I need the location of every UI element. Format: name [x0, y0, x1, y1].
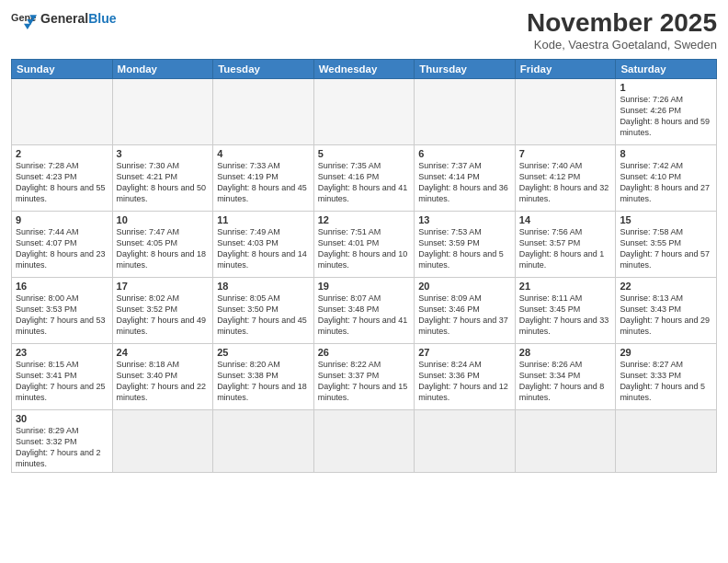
sun-info: Sunrise: 7:30 AM Sunset: 4:21 PM Dayligh… [117, 160, 210, 205]
sun-info: Sunrise: 7:37 AM Sunset: 4:14 PM Dayligh… [418, 160, 511, 205]
table-row [313, 78, 415, 144]
day-number: 30 [16, 413, 108, 424]
sun-info: Sunrise: 8:00 AM Sunset: 3:53 PM Dayligh… [16, 293, 108, 338]
day-number: 12 [318, 214, 411, 225]
sun-info: Sunrise: 7:47 AM Sunset: 4:05 PM Dayligh… [117, 226, 210, 271]
sun-info: Sunrise: 8:26 AM Sunset: 3:34 PM Dayligh… [519, 359, 612, 404]
day-number: 29 [620, 347, 712, 358]
sun-info: Sunrise: 7:51 AM Sunset: 4:01 PM Dayligh… [318, 226, 411, 271]
sun-info: Sunrise: 8:29 AM Sunset: 3:32 PM Dayligh… [16, 425, 108, 470]
table-row: 24Sunrise: 8:18 AM Sunset: 3:40 PM Dayli… [112, 343, 213, 409]
day-number: 11 [217, 214, 310, 225]
table-row: 18Sunrise: 8:05 AM Sunset: 3:50 PM Dayli… [213, 277, 314, 343]
table-row [213, 409, 314, 473]
table-row [515, 78, 616, 144]
day-number: 19 [318, 281, 411, 292]
sun-info: Sunrise: 8:27 AM Sunset: 3:33 PM Dayligh… [620, 359, 712, 404]
table-row: 12Sunrise: 7:51 AM Sunset: 4:01 PM Dayli… [313, 211, 415, 277]
table-row: 5Sunrise: 7:35 AM Sunset: 4:16 PM Daylig… [313, 144, 415, 211]
table-row: 19Sunrise: 8:07 AM Sunset: 3:48 PM Dayli… [313, 277, 415, 343]
table-row: 9Sunrise: 7:44 AM Sunset: 4:07 PM Daylig… [12, 211, 113, 277]
day-number: 5 [318, 148, 411, 159]
day-number: 7 [519, 148, 612, 159]
sun-info: Sunrise: 8:13 AM Sunset: 3:43 PM Dayligh… [620, 293, 712, 338]
sun-info: Sunrise: 8:09 AM Sunset: 3:46 PM Dayligh… [418, 293, 511, 338]
table-row: 2Sunrise: 7:28 AM Sunset: 4:23 PM Daylig… [12, 144, 113, 211]
table-row: 22Sunrise: 8:13 AM Sunset: 3:43 PM Dayli… [616, 277, 717, 343]
weekday-header-row: Sunday Monday Tuesday Wednesday Thursday… [12, 59, 717, 78]
day-number: 24 [117, 347, 210, 358]
table-row: 17Sunrise: 8:02 AM Sunset: 3:52 PM Dayli… [112, 277, 213, 343]
table-row: 27Sunrise: 8:24 AM Sunset: 3:36 PM Dayli… [415, 343, 516, 409]
table-row: 13Sunrise: 7:53 AM Sunset: 3:59 PM Dayli… [415, 211, 516, 277]
day-number: 26 [318, 347, 411, 358]
title-block: November 2025 Kode, Vaestra Goetaland, S… [527, 9, 717, 52]
month-title: November 2025 [527, 9, 717, 38]
page: General GeneralBlue November 2025 Kode, … [0, 0, 728, 563]
table-row: 28Sunrise: 8:26 AM Sunset: 3:34 PM Dayli… [515, 343, 616, 409]
table-row: 14Sunrise: 7:56 AM Sunset: 3:57 PM Dayli… [515, 211, 616, 277]
day-number: 8 [620, 148, 712, 159]
sun-info: Sunrise: 8:02 AM Sunset: 3:52 PM Dayligh… [117, 293, 210, 338]
header-monday: Monday [112, 59, 213, 78]
day-number: 3 [117, 148, 210, 159]
table-row: 16Sunrise: 8:00 AM Sunset: 3:53 PM Dayli… [12, 277, 113, 343]
table-row: 8Sunrise: 7:42 AM Sunset: 4:10 PM Daylig… [616, 144, 717, 211]
sun-info: Sunrise: 8:11 AM Sunset: 3:45 PM Dayligh… [519, 293, 612, 338]
table-row: 25Sunrise: 8:20 AM Sunset: 3:38 PM Dayli… [213, 343, 314, 409]
day-number: 4 [217, 148, 310, 159]
day-number: 22 [620, 281, 712, 292]
sun-info: Sunrise: 7:58 AM Sunset: 3:55 PM Dayligh… [620, 226, 712, 271]
day-number: 28 [519, 347, 612, 358]
header-friday: Friday [515, 59, 616, 78]
sun-info: Sunrise: 8:20 AM Sunset: 3:38 PM Dayligh… [217, 359, 310, 404]
day-number: 13 [418, 214, 511, 225]
day-number: 17 [117, 281, 210, 292]
calendar-table: Sunday Monday Tuesday Wednesday Thursday… [11, 59, 717, 474]
table-row: 7Sunrise: 7:40 AM Sunset: 4:12 PM Daylig… [515, 144, 616, 211]
logo: General GeneralBlue [11, 9, 116, 29]
sun-info: Sunrise: 7:33 AM Sunset: 4:19 PM Dayligh… [217, 160, 310, 205]
sun-info: Sunrise: 7:42 AM Sunset: 4:10 PM Dayligh… [620, 160, 712, 205]
day-number: 9 [16, 214, 108, 225]
sun-info: Sunrise: 8:07 AM Sunset: 3:48 PM Dayligh… [318, 293, 411, 338]
table-row: 10Sunrise: 7:47 AM Sunset: 4:05 PM Dayli… [112, 211, 213, 277]
day-number: 6 [418, 148, 511, 159]
day-number: 20 [418, 281, 511, 292]
table-row [515, 409, 616, 473]
header-thursday: Thursday [415, 59, 516, 78]
sun-info: Sunrise: 7:44 AM Sunset: 4:07 PM Dayligh… [16, 226, 108, 271]
header-wednesday: Wednesday [313, 59, 415, 78]
sun-info: Sunrise: 7:53 AM Sunset: 3:59 PM Dayligh… [418, 226, 511, 271]
day-number: 25 [217, 347, 310, 358]
svg-marker-1 [24, 24, 31, 29]
table-row [415, 78, 516, 144]
sun-info: Sunrise: 7:56 AM Sunset: 3:57 PM Dayligh… [519, 226, 612, 271]
table-row: 1Sunrise: 7:26 AM Sunset: 4:26 PM Daylig… [616, 78, 717, 144]
sun-info: Sunrise: 7:28 AM Sunset: 4:23 PM Dayligh… [16, 160, 108, 205]
table-row [616, 409, 717, 473]
table-row [313, 409, 415, 473]
day-number: 23 [16, 347, 108, 358]
header: General GeneralBlue November 2025 Kode, … [11, 9, 717, 52]
day-number: 10 [117, 214, 210, 225]
sun-info: Sunrise: 8:18 AM Sunset: 3:40 PM Dayligh… [117, 359, 210, 404]
table-row [112, 409, 213, 473]
header-sunday: Sunday [12, 59, 113, 78]
day-number: 27 [418, 347, 511, 358]
day-number: 16 [16, 281, 108, 292]
table-row: 20Sunrise: 8:09 AM Sunset: 3:46 PM Dayli… [415, 277, 516, 343]
table-row: 6Sunrise: 7:37 AM Sunset: 4:14 PM Daylig… [415, 144, 516, 211]
day-number: 21 [519, 281, 612, 292]
sun-info: Sunrise: 7:26 AM Sunset: 4:26 PM Dayligh… [620, 94, 712, 139]
day-number: 1 [620, 82, 712, 93]
sun-info: Sunrise: 8:05 AM Sunset: 3:50 PM Dayligh… [217, 293, 310, 338]
general-blue-logo-icon: General [11, 9, 37, 29]
sun-info: Sunrise: 8:15 AM Sunset: 3:41 PM Dayligh… [16, 359, 108, 404]
day-number: 15 [620, 214, 712, 225]
logo-general: GeneralBlue [40, 12, 116, 26]
day-number: 18 [217, 281, 310, 292]
table-row: 3Sunrise: 7:30 AM Sunset: 4:21 PM Daylig… [112, 144, 213, 211]
table-row [415, 409, 516, 473]
location: Kode, Vaestra Goetaland, Sweden [527, 38, 717, 52]
